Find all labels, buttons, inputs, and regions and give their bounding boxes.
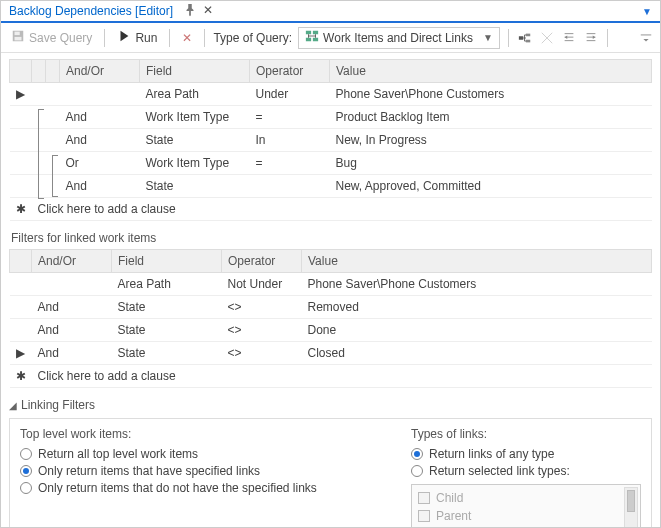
cell-field[interactable]: State bbox=[112, 319, 222, 342]
row-marker bbox=[10, 152, 32, 175]
radio-icon bbox=[20, 482, 32, 494]
cell-andor[interactable]: And bbox=[32, 319, 112, 342]
cell-value[interactable]: Closed bbox=[302, 342, 652, 365]
col-header-value[interactable]: Value bbox=[302, 250, 652, 273]
group-bracket bbox=[46, 129, 60, 152]
link-types-option[interactable]: Return selected link types: bbox=[411, 464, 641, 478]
close-icon[interactable]: ✕ bbox=[203, 3, 213, 20]
scrollbar[interactable] bbox=[624, 487, 638, 527]
radio-label: Return all top level work items bbox=[38, 447, 198, 461]
cell-operator[interactable]: Not Under bbox=[222, 273, 302, 296]
tab-title[interactable]: Backlog Dependencies [Editor] bbox=[5, 2, 177, 20]
top-level-label: Top level work items: bbox=[20, 427, 411, 441]
toolbar-overflow-icon[interactable] bbox=[638, 30, 654, 46]
cell-andor[interactable] bbox=[32, 273, 112, 296]
cell-field[interactable]: State bbox=[140, 175, 250, 198]
top-level-option[interactable]: Only return items that do not have the s… bbox=[20, 481, 411, 495]
pin-icon[interactable] bbox=[183, 3, 197, 20]
ungroup-icon[interactable] bbox=[539, 30, 555, 46]
tree-mode-icon[interactable] bbox=[517, 30, 533, 46]
col-header-field[interactable]: Field bbox=[112, 250, 222, 273]
row-marker: ▶ bbox=[10, 83, 32, 106]
cell-field[interactable]: State bbox=[140, 129, 250, 152]
cell-andor[interactable]: Or bbox=[60, 152, 140, 175]
cell-field[interactable]: State bbox=[112, 342, 222, 365]
clause-row[interactable]: AndState<>Removed bbox=[10, 296, 652, 319]
cell-value[interactable]: Bug bbox=[330, 152, 652, 175]
clause-row[interactable]: ▶Area PathUnderPhone Saver\Phone Custome… bbox=[10, 83, 652, 106]
col-header-operator[interactable]: Operator bbox=[250, 60, 330, 83]
clause-row[interactable]: OrWork Item Type=Bug bbox=[10, 152, 652, 175]
cell-operator[interactable]: = bbox=[250, 152, 330, 175]
cell-andor[interactable]: And bbox=[60, 106, 140, 129]
cell-value[interactable]: Removed bbox=[302, 296, 652, 319]
clause-row[interactable]: AndStateInNew, In Progress bbox=[10, 129, 652, 152]
link-types-option[interactable]: Return links of any type bbox=[411, 447, 641, 461]
col-header-field[interactable]: Field bbox=[140, 60, 250, 83]
clause-row[interactable]: AndStateNew, Approved, Committed bbox=[10, 175, 652, 198]
row-marker: ▶ bbox=[10, 342, 32, 365]
cell-field[interactable]: Work Item Type bbox=[140, 106, 250, 129]
cell-operator[interactable]: In bbox=[250, 129, 330, 152]
cell-field[interactable]: Area Path bbox=[140, 83, 250, 106]
col-header-andor[interactable]: And/Or bbox=[60, 60, 140, 83]
add-clause-row[interactable]: ✱ Click here to add a clause bbox=[10, 198, 652, 221]
save-query-button[interactable]: Save Query bbox=[7, 27, 96, 48]
editor-content: And/Or Field Operator Value ▶Area PathUn… bbox=[1, 53, 660, 527]
tab-dropdown-icon[interactable]: ▼ bbox=[638, 6, 656, 17]
linking-filters-header[interactable]: ◢ Linking Filters bbox=[9, 398, 652, 412]
cell-value[interactable]: New, In Progress bbox=[330, 129, 652, 152]
query-type-icon bbox=[305, 29, 319, 46]
cell-value[interactable]: New, Approved, Committed bbox=[330, 175, 652, 198]
cell-operator[interactable]: <> bbox=[222, 296, 302, 319]
svg-rect-5 bbox=[306, 38, 311, 42]
add-clause-label: Click here to add a clause bbox=[32, 365, 652, 388]
col-header-operator[interactable]: Operator bbox=[222, 250, 302, 273]
top-level-option[interactable]: Only return items that have specified li… bbox=[20, 464, 411, 478]
play-icon bbox=[117, 29, 131, 46]
cell-andor[interactable]: And bbox=[60, 175, 140, 198]
cell-operator[interactable]: <> bbox=[222, 319, 302, 342]
add-clause-row[interactable]: ✱ Click here to add a clause bbox=[10, 365, 652, 388]
new-row-icon: ✱ bbox=[10, 365, 32, 388]
scrollbar-thumb[interactable] bbox=[627, 490, 635, 512]
cell-operator[interactable] bbox=[250, 175, 330, 198]
main-clause-grid: And/Or Field Operator Value ▶Area PathUn… bbox=[9, 59, 652, 221]
link-type-item[interactable]: Parent bbox=[416, 507, 636, 525]
clause-row[interactable]: Area PathNot UnderPhone Saver\Phone Cust… bbox=[10, 273, 652, 296]
run-button[interactable]: Run bbox=[113, 27, 161, 48]
top-level-option[interactable]: Return all top level work items bbox=[20, 447, 411, 461]
toolbar: Save Query Run ✕ Type of Query: Work Ite… bbox=[1, 23, 660, 53]
clause-row[interactable]: ▶AndState<>Closed bbox=[10, 342, 652, 365]
clause-row[interactable]: AndWork Item Type=Product Backlog Item bbox=[10, 106, 652, 129]
cell-field[interactable]: Work Item Type bbox=[140, 152, 250, 175]
indent-right-icon[interactable] bbox=[583, 30, 599, 46]
cell-andor[interactable]: And bbox=[60, 129, 140, 152]
cell-andor[interactable] bbox=[60, 83, 140, 106]
delete-icon: ✕ bbox=[182, 31, 192, 45]
cell-operator[interactable]: Under bbox=[250, 83, 330, 106]
cell-value[interactable]: Product Backlog Item bbox=[330, 106, 652, 129]
svg-rect-7 bbox=[519, 36, 523, 40]
cell-operator[interactable]: = bbox=[250, 106, 330, 129]
clause-row[interactable]: AndState<>Done bbox=[10, 319, 652, 342]
delete-clause-button[interactable]: ✕ bbox=[178, 29, 196, 47]
type-of-query-label: Type of Query: bbox=[213, 31, 292, 45]
query-type-dropdown[interactable]: Work Items and Direct Links ▼ bbox=[298, 27, 500, 49]
col-header-value[interactable]: Value bbox=[330, 60, 652, 83]
radio-label: Only return items that do not have the s… bbox=[38, 481, 317, 495]
col-header-andor[interactable]: And/Or bbox=[32, 250, 112, 273]
top-level-column: Top level work items: Return all top lev… bbox=[20, 427, 411, 527]
cell-field[interactable]: State bbox=[112, 296, 222, 319]
linking-filters-label: Linking Filters bbox=[21, 398, 95, 412]
cell-value[interactable]: Phone Saver\Phone Customers bbox=[302, 273, 652, 296]
link-type-item[interactable]: Child bbox=[416, 489, 636, 507]
group-bracket bbox=[46, 106, 60, 129]
cell-value[interactable]: Done bbox=[302, 319, 652, 342]
cell-value[interactable]: Phone Saver\Phone Customers bbox=[330, 83, 652, 106]
cell-field[interactable]: Area Path bbox=[112, 273, 222, 296]
cell-operator[interactable]: <> bbox=[222, 342, 302, 365]
cell-andor[interactable]: And bbox=[32, 342, 112, 365]
cell-andor[interactable]: And bbox=[32, 296, 112, 319]
indent-left-icon[interactable] bbox=[561, 30, 577, 46]
